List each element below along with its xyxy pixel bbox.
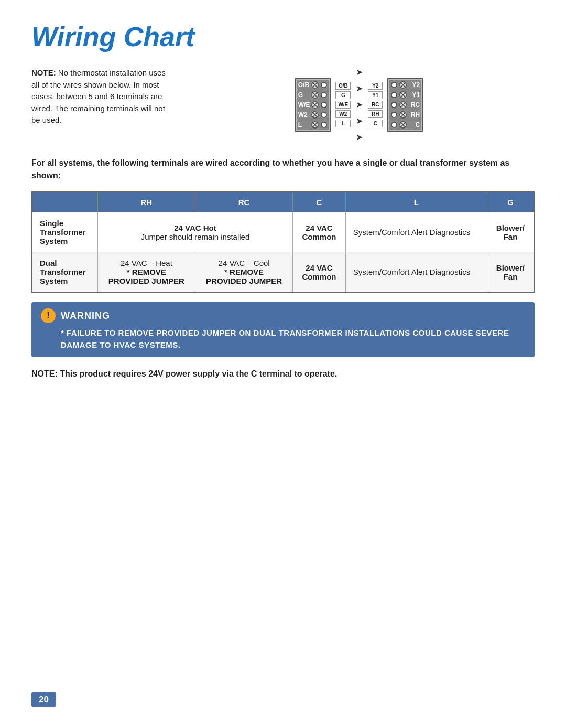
cell-c-single: 24 VAC Common xyxy=(293,212,346,252)
mid-label-y2: Y2 xyxy=(368,82,383,90)
plug-row-l: L xyxy=(297,120,330,130)
common-text-dual: 24 VAC xyxy=(306,263,332,272)
plug-row-rh: RH xyxy=(389,110,421,120)
right-label-y2: Y2 xyxy=(408,81,420,89)
mid-label-rh: RH xyxy=(368,110,383,118)
plug-label-w2: W2 xyxy=(298,111,310,119)
page-title: Wiring Chart xyxy=(31,21,535,52)
blower-text-single: Blower/Fan xyxy=(496,223,525,241)
plug-label-ob: O/B xyxy=(298,81,310,89)
svg-point-36 xyxy=(391,122,397,127)
xo-icon xyxy=(399,111,407,119)
common-label-single: Common xyxy=(302,232,336,241)
jumper-text: Jumper should remain installed xyxy=(141,232,250,241)
th-g: G xyxy=(487,192,534,212)
svg-point-19 xyxy=(321,122,326,127)
svg-point-20 xyxy=(391,82,397,88)
common-label-dual: Common xyxy=(302,272,336,281)
right-connector-group: Y2 Y1 RC RH C Y2 Y1 xyxy=(368,78,423,132)
bottom-note: NOTE: This product requires 24V power su… xyxy=(31,368,535,380)
svg-point-32 xyxy=(391,112,397,117)
warning-text: * FAILURE TO REMOVE PROVIDED JUMPER ON D… xyxy=(41,327,525,351)
mid-label-c: C xyxy=(368,120,383,127)
right-label-rc: RC xyxy=(408,101,420,109)
system-text-single: System/Comfort Alert Diagnostics xyxy=(353,228,470,237)
plug-row-c: C xyxy=(389,120,421,130)
mid-label-y1: Y1 xyxy=(368,91,383,99)
svg-point-7 xyxy=(321,92,326,98)
xo-icon xyxy=(311,121,319,129)
plug-row-y2: Y2 xyxy=(389,80,421,90)
cool-remove-label: * REMOVEPROVIDED JUMPER xyxy=(206,267,282,285)
table-header-row: RH RC C L G xyxy=(32,192,534,212)
intro-section: NOTE: No thermostat installation uses al… xyxy=(31,67,535,142)
th-rh: RH xyxy=(97,192,195,212)
cell-rh-single: 24 VAC Hot Jumper should remain installe… xyxy=(97,212,292,252)
vac-hot-text: 24 VAC Hot xyxy=(174,223,216,232)
row-label-dual: DualTransformerSystem xyxy=(32,252,97,293)
cell-g-dual: Blower/Fan xyxy=(487,252,534,293)
th-system xyxy=(32,192,97,212)
right-label-rh: RH xyxy=(408,111,420,119)
circle-icon xyxy=(320,81,328,89)
xo-icon xyxy=(311,101,319,109)
arrow: ➤ xyxy=(356,67,363,77)
left-connector-group: O/B G W/E W2 xyxy=(295,78,351,132)
circle-icon xyxy=(320,121,328,129)
xo-icon xyxy=(399,101,407,109)
system-text-dual: System/Comfort Alert Diagnostics xyxy=(353,267,470,276)
svg-point-3 xyxy=(321,82,326,88)
svg-point-28 xyxy=(391,102,397,108)
mid-label-w2: W2 xyxy=(335,110,351,118)
table-row-single: SingleTransformerSystem 24 VAC Hot Jumpe… xyxy=(32,212,534,252)
table-row-dual: DualTransformerSystem 24 VAC – Heat * RE… xyxy=(32,252,534,293)
xo-icon xyxy=(311,91,319,99)
cool-label: 24 VAC – Cool xyxy=(219,259,270,267)
xo-icon xyxy=(311,111,319,119)
arrow: ➤ xyxy=(356,132,363,142)
mid-label-ob: O/B xyxy=(335,82,351,90)
row-label-single: SingleTransformerSystem xyxy=(32,212,97,252)
th-l: L xyxy=(345,192,487,212)
warning-icon: ! xyxy=(41,308,56,323)
note-label: NOTE: xyxy=(31,68,56,77)
right-label-c: C xyxy=(408,121,420,129)
plug-row-rc: RC xyxy=(389,100,421,110)
warning-box: ! WARNING * FAILURE TO REMOVE PROVIDED J… xyxy=(31,302,535,357)
plug-label-g: G xyxy=(298,91,310,99)
blower-text-dual: Blower/Fan xyxy=(496,263,525,281)
single-transformer-label: SingleTransformerSystem xyxy=(40,219,86,245)
svg-point-11 xyxy=(321,102,326,108)
plug-row-w2: W2 xyxy=(297,110,330,120)
circle-icon xyxy=(390,91,398,99)
cell-l-dual: System/Comfort Alert Diagnostics xyxy=(345,252,487,293)
description-text: For all systems, the following terminals… xyxy=(31,157,535,182)
center-labels-left: O/B G W/E W2 L xyxy=(335,82,351,127)
cell-rc-dual: 24 VAC – Cool * REMOVEPROVIDED JUMPER xyxy=(195,252,292,293)
th-rc: RC xyxy=(195,192,292,212)
mid-label-l: L xyxy=(335,120,351,127)
circle-icon xyxy=(390,81,398,89)
warning-exclamation: ! xyxy=(47,311,49,320)
common-text-single: 24 VAC xyxy=(306,223,332,232)
page-footer: 20 xyxy=(31,692,56,707)
cell-c-dual: 24 VAC Common xyxy=(293,252,346,293)
arrow: ➤ xyxy=(356,116,363,126)
wiring-diagram: O/B G W/E W2 xyxy=(183,67,535,142)
cell-l-single: System/Comfort Alert Diagnostics xyxy=(345,212,487,252)
heat-label: 24 VAC – Heat xyxy=(121,259,172,267)
cell-rh-dual: 24 VAC – Heat * REMOVEPROVIDED JUMPER xyxy=(97,252,195,293)
page-number: 20 xyxy=(31,692,56,707)
arrow: ➤ xyxy=(356,83,363,93)
xo-icon xyxy=(399,81,407,89)
mid-label-g: G xyxy=(335,91,351,99)
mid-label-rc: RC xyxy=(368,101,383,109)
circle-icon xyxy=(390,121,398,129)
plug-row-y1: Y1 xyxy=(389,90,421,100)
bottom-note-bold: NOTE: This product requires 24V power su… xyxy=(31,369,337,378)
arrow-group: ➤ ➤ ➤ ➤ ➤ xyxy=(356,67,363,142)
th-c: C xyxy=(293,192,346,212)
plug-label-we: W/E xyxy=(298,101,310,109)
note-box: NOTE: No thermostat installation uses al… xyxy=(31,67,168,126)
right-label-y1: Y1 xyxy=(408,91,420,99)
